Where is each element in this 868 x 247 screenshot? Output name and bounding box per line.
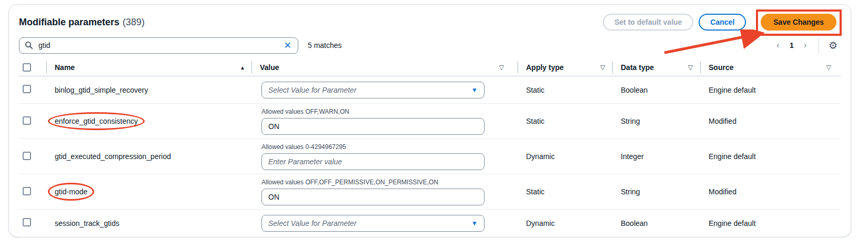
value-select[interactable]: Select Value for Parameter ▼: [261, 215, 485, 232]
table-row: enforce_gtid_consistency Allowed values …: [19, 104, 841, 139]
parameter-name: gtid-mode: [55, 187, 87, 196]
data-type-cell: String: [612, 117, 700, 125]
column-header-data-type[interactable]: Data type ▽: [612, 59, 700, 76]
value-input[interactable]: [261, 118, 485, 135]
data-type-cell: String: [612, 187, 700, 196]
table-row: gtid_executed_compression_period Allowed…: [19, 139, 841, 174]
allowed-values-label: Allowed values OFF,WARN,ON: [261, 108, 518, 115]
header-checkbox-cell: [19, 59, 46, 76]
filter-icon[interactable]: ▽: [600, 64, 605, 71]
table-header-row: Name ▲ Value ▽ Apply type ▽ Data type ▽ …: [19, 59, 841, 76]
value-select[interactable]: Select Value for Parameter ▼: [261, 82, 485, 98]
save-changes-button[interactable]: Save Changes: [761, 14, 836, 31]
apply-type-cell: Static: [518, 86, 612, 94]
allowed-values-label: Allowed values 0-4294967295: [261, 143, 518, 151]
filter-icon[interactable]: ▽: [826, 64, 831, 71]
modifiable-parameters-panel: Modifiable parameters (389) Set to defau…: [8, 4, 851, 237]
pagination-next-icon[interactable]: ›: [799, 39, 812, 51]
cancel-button[interactable]: Cancel: [699, 14, 746, 31]
column-header-source[interactable]: Source ▽: [700, 59, 841, 76]
allowed-values-label: Allowed values OFF,OFF_PERMISSIVE,ON_PER…: [261, 179, 518, 186]
data-type-cell: Boolean: [612, 86, 700, 94]
panel-header: Modifiable parameters (389) Set to defau…: [19, 13, 841, 31]
set-to-default-button[interactable]: Set to default value: [603, 14, 693, 31]
apply-type-cell: Static: [518, 117, 612, 125]
search-input[interactable]: [37, 41, 284, 50]
pagination: ‹ 1 › ⚙: [771, 37, 841, 53]
pagination-prev-icon[interactable]: ‹: [771, 39, 785, 51]
source-cell: Engine default: [700, 86, 841, 94]
search-box[interactable]: ✕: [19, 37, 298, 54]
save-button-wrap: Save Changes: [761, 14, 836, 31]
row-checkbox[interactable]: [23, 85, 31, 93]
select-caret-icon: ▼: [471, 220, 478, 227]
gear-icon[interactable]: ⚙: [825, 40, 841, 51]
apply-type-cell: Static: [518, 187, 612, 196]
data-type-cell: Boolean: [612, 219, 700, 228]
apply-type-cell: Dynamic: [518, 219, 612, 228]
matches-count: 5 matches: [308, 41, 342, 50]
column-header-value[interactable]: Value ▽: [251, 59, 518, 76]
row-checkbox[interactable]: [23, 152, 31, 160]
parameter-count: (389): [123, 17, 145, 28]
filter-icon[interactable]: ▽: [499, 64, 504, 71]
parameter-name: binlog_gtid_simple_recovery: [55, 86, 148, 94]
sort-ascending-icon[interactable]: ▲: [240, 65, 245, 71]
parameter-name: session_track_gtids: [55, 219, 119, 228]
parameter-name: gtid_executed_compression_period: [55, 152, 171, 161]
page-title: Modifiable parameters: [19, 17, 119, 28]
source-cell: Engine default: [700, 219, 841, 228]
clear-search-icon[interactable]: ✕: [284, 41, 291, 50]
table-row: session_track_gtids Select Value for Par…: [19, 210, 841, 237]
filter-icon[interactable]: ▽: [688, 64, 693, 71]
row-checkbox[interactable]: [23, 187, 31, 195]
pagination-page-1[interactable]: 1: [785, 41, 799, 50]
table-row: binlog_gtid_simple_recovery Select Value…: [19, 76, 841, 104]
value-input[interactable]: [261, 153, 485, 170]
select-all-checkbox[interactable]: [23, 63, 31, 72]
apply-type-cell: Dynamic: [518, 152, 612, 161]
parameter-name: enforce_gtid_consistency: [55, 117, 138, 125]
column-header-apply-type[interactable]: Apply type ▽: [518, 59, 612, 76]
column-header-name[interactable]: Name ▲: [46, 59, 251, 76]
search-icon: [25, 41, 33, 50]
row-checkbox[interactable]: [23, 218, 31, 226]
header-actions: Set to default value Cancel Save Changes: [603, 14, 841, 31]
parameters-table: Name ▲ Value ▽ Apply type ▽ Data type ▽ …: [19, 59, 841, 237]
row-checkbox[interactable]: [23, 116, 31, 125]
pagination-divider: [819, 37, 819, 53]
toolbar: ✕ 5 matches ‹ 1 › ⚙: [19, 37, 841, 54]
select-caret-icon: ▼: [471, 86, 478, 94]
source-cell: Modified: [700, 187, 841, 196]
source-cell: Engine default: [700, 152, 841, 161]
data-type-cell: Integer: [612, 152, 700, 161]
source-cell: Modified: [700, 117, 841, 125]
table-row: gtid-mode Allowed values OFF,OFF_PERMISS…: [19, 174, 841, 210]
value-input[interactable]: [261, 189, 485, 205]
